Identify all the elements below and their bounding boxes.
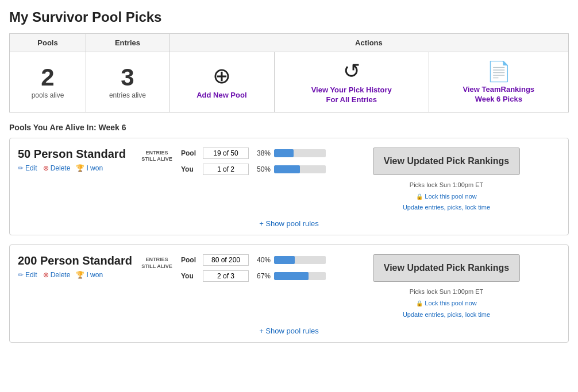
- pool2-lock-link[interactable]: Lock this pool now: [425, 300, 477, 306]
- pool2-lock-text: Picks lock Sun 1:00pm ET: [410, 288, 483, 295]
- pool1-rankings-btn[interactable]: View Updated Pick Rankings: [373, 148, 520, 175]
- trophy-icon: 🏆: [76, 164, 84, 172]
- pool2-rankings-area: View Updated Pick Rankings Picks lock Su…: [333, 254, 560, 320]
- add-new-pool-link[interactable]: Add New Pool: [176, 91, 267, 100]
- col-header-pools: Pools: [10, 34, 86, 52]
- pool1-pool-bar-fill: [274, 149, 294, 157]
- add-new-pool-cell[interactable]: ⊕ Add New Pool: [169, 52, 274, 112]
- pools-label: pools alive: [32, 91, 64, 99]
- pool2-pool-bar-fill: [274, 256, 295, 264]
- pool1-you-bar-fill: [274, 165, 300, 173]
- pool2-entries-label: ENTRIES STILL ALIVE: [140, 254, 174, 270]
- pool2-you-value: [203, 270, 249, 282]
- pool1-pool-label: Pool: [181, 149, 199, 157]
- edit-label-2: Edit: [25, 271, 37, 279]
- iwon-label: I won: [86, 164, 103, 172]
- pool2-pool-label: Pool: [181, 256, 199, 264]
- pool2-rankings-btn[interactable]: View Updated Pick Rankings: [373, 254, 520, 282]
- iwon-pool1-link[interactable]: 🏆 I won: [76, 164, 103, 172]
- pool1-lock-text: Picks lock Sun 1:00pm ET: [410, 181, 483, 188]
- edit-pool1-link[interactable]: ✏ Edit: [18, 164, 37, 172]
- col-header-actions: Actions: [169, 34, 568, 52]
- pool-card-2: 200 Person Standard ✏ Edit ⊗ Delete 🏆 I …: [9, 244, 569, 342]
- lock-icon-1: 🔒: [416, 193, 423, 200]
- iwon-label-2: I won: [86, 271, 103, 279]
- pick-history-cell[interactable]: ↺ View Your Pick History For All Entries: [274, 52, 429, 112]
- trophy-icon-2: 🏆: [76, 271, 84, 279]
- delete-icon-2: ⊗: [43, 271, 49, 279]
- delete-icon: ⊗: [43, 164, 49, 172]
- pool2-show-rules[interactable]: + Show pool rules: [259, 327, 319, 335]
- section-heading: Pools You Are Alive In: Week 6: [9, 123, 569, 132]
- pool1-title-area: 50 Person Standard ✏ Edit ⊗ Delete 🏆 I w…: [18, 148, 133, 172]
- delete-pool1-link[interactable]: ⊗ Delete: [43, 164, 71, 172]
- pool1-entries-label: ENTRIES STILL ALIVE: [140, 148, 174, 163]
- pool2-you-bar-fill: [274, 272, 309, 280]
- delete-pool2-link[interactable]: ⊗ Delete: [43, 271, 71, 279]
- pool1-pool-bar: [274, 149, 326, 157]
- pool2-you-pct: 67%: [252, 272, 271, 280]
- col-header-entries: Entries: [86, 34, 169, 52]
- pool1-lock-link[interactable]: Lock this pool now: [425, 193, 477, 200]
- pool1-name: 50 Person Standard: [18, 148, 133, 161]
- add-pool-icon: ⊕: [176, 63, 267, 88]
- delete-label: Delete: [51, 164, 71, 172]
- teamrankings-link[interactable]: View TeamRankings Week 6 Picks: [436, 85, 561, 104]
- pool1-you-bar: [274, 165, 326, 173]
- pool1-you-label: You: [181, 165, 199, 173]
- pool2-stats: Pool 40% You 67%: [181, 254, 326, 286]
- teamrankings-cell[interactable]: 📄 View TeamRankings Week 6 Picks: [429, 52, 568, 112]
- teamrankings-icon: 📄: [436, 60, 561, 83]
- pool1-pool-pct: 38%: [252, 149, 271, 157]
- pool1-show-rules[interactable]: + Show pool rules: [259, 219, 319, 228]
- pool2-update-link[interactable]: Update entries, picks, lock time: [403, 311, 490, 318]
- pool2-you-bar: [274, 272, 326, 280]
- pool1-stats: Pool 38% You 50%: [181, 148, 326, 180]
- entries-label: entries alive: [109, 91, 146, 99]
- page-title: My Survivor Pool Picks: [9, 9, 569, 25]
- pool1-pool-value: [203, 148, 249, 159]
- lock-icon-2: 🔒: [416, 300, 423, 306]
- pool1-you-value: [203, 164, 249, 175]
- pool2-pool-bar: [274, 256, 326, 264]
- edit-pool2-link[interactable]: ✏ Edit: [18, 271, 37, 279]
- pools-count: 2: [17, 64, 79, 91]
- pick-history-icon: ↺: [282, 59, 422, 83]
- pool2-pool-value: [203, 254, 249, 266]
- edit-icon-2: ✏: [18, 271, 24, 279]
- entries-count: 3: [93, 64, 162, 91]
- iwon-pool2-link[interactable]: 🏆 I won: [76, 271, 103, 279]
- pool1-update-link[interactable]: Update entries, picks, lock time: [403, 204, 490, 211]
- pool1-you-pct: 50%: [252, 165, 271, 173]
- pick-history-link[interactable]: View Your Pick History For All Entries: [282, 86, 422, 105]
- edit-label: Edit: [25, 164, 37, 172]
- pool2-pool-pct: 40%: [252, 256, 271, 264]
- pool2-you-label: You: [181, 272, 199, 280]
- pool-card-1: 50 Person Standard ✏ Edit ⊗ Delete 🏆 I w…: [9, 138, 569, 235]
- pool2-name: 200 Person Standard: [18, 254, 133, 267]
- edit-icon: ✏: [18, 164, 24, 172]
- delete-label-2: Delete: [51, 271, 71, 279]
- pool2-title-area: 200 Person Standard ✏ Edit ⊗ Delete 🏆 I …: [18, 254, 133, 279]
- pool1-rankings-area: View Updated Pick Rankings Picks lock Su…: [333, 148, 560, 214]
